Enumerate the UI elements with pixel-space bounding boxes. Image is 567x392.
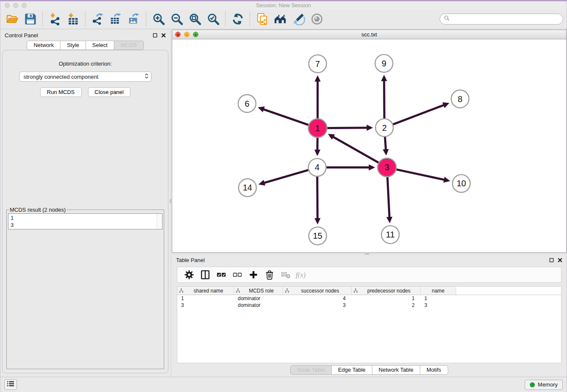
graph-node-label: 4: [315, 163, 319, 172]
column-label: successor nodes: [291, 288, 350, 294]
splitter-grip[interactable]: [365, 252, 369, 255]
control-panel-title: Control Panel: [5, 32, 38, 39]
graphics-details-icon[interactable]: [289, 11, 308, 27]
zoom-in-icon[interactable]: [149, 11, 168, 27]
export-image-icon[interactable]: [125, 11, 143, 27]
network-window-titlebar: scc.txt: [172, 30, 566, 39]
eye-icon[interactable]: [308, 11, 326, 27]
graph-edge[interactable]: [327, 125, 373, 131]
open-file-icon[interactable]: [3, 11, 21, 27]
graph-node[interactable]: 3: [377, 158, 396, 177]
graph-edge[interactable]: [314, 75, 320, 119]
graph-edge[interactable]: [259, 170, 309, 185]
tab-network[interactable]: Network: [27, 41, 61, 50]
table-tab-edge-table[interactable]: Edge Table: [332, 365, 372, 375]
graph-edge[interactable]: [328, 134, 379, 163]
import-network-icon[interactable]: [46, 11, 64, 27]
graph-edge[interactable]: [386, 177, 392, 223]
tab-mcds[interactable]: MCDS: [114, 41, 143, 50]
tab-style[interactable]: Style: [61, 41, 86, 50]
save-session-icon[interactable]: [21, 11, 39, 27]
control-panel: Control Panel NetworkStyleSelectMCDS Opt…: [0, 30, 170, 377]
graph-node[interactable]: 14: [239, 179, 256, 196]
zoom-selected-icon[interactable]: [204, 11, 222, 27]
task-history-button[interactable]: [4, 379, 17, 390]
graph-edge[interactable]: [326, 164, 375, 170]
traffic-lights: [5, 3, 27, 8]
export-table-icon[interactable]: [107, 11, 125, 27]
column-header-successor-nodes[interactable]: successor nodes: [283, 287, 352, 295]
criterion-dropdown[interactable]: strongly connected component: [19, 72, 151, 82]
gear-icon[interactable]: [181, 268, 197, 281]
graph-node[interactable]: 8: [451, 90, 469, 108]
float-panel-icon[interactable]: [549, 258, 554, 262]
column-header-predecessor-nodes[interactable]: predecessor nodes: [352, 287, 421, 295]
table-tab-network-table[interactable]: Network Table: [372, 365, 420, 375]
refresh-icon[interactable]: [228, 11, 247, 27]
graph-node[interactable]: 2: [375, 119, 393, 137]
columns-icon[interactable]: [197, 268, 213, 281]
column-header-shared-name[interactable]: shared name: [177, 287, 234, 295]
toolbar-separator: [225, 12, 226, 26]
network-maximize-button[interactable]: [193, 32, 198, 37]
graph-node-label: 8: [458, 94, 462, 104]
graph-node[interactable]: 9: [375, 55, 393, 72]
table-row[interactable]: 1dominator411: [177, 295, 561, 302]
zoom-fit-icon[interactable]: [186, 11, 204, 27]
memory-button[interactable]: Memory: [525, 380, 563, 390]
delete-column-icon[interactable]: [261, 268, 278, 281]
graph-node[interactable]: 15: [309, 227, 327, 245]
vertical-splitter[interactable]: [170, 30, 172, 377]
mcds-result-fieldset: MCDS result (2 nodes) 13: [6, 207, 164, 369]
network-minimize-button[interactable]: [184, 32, 190, 37]
graph-edge[interactable]: [258, 107, 309, 125]
graph-edge[interactable]: [381, 75, 387, 119]
result-scrollbar[interactable]: [157, 214, 162, 229]
graph-node[interactable]: 10: [452, 174, 470, 192]
toolbar-separator: [85, 12, 85, 26]
run-mcds-button[interactable]: Run MCDS: [40, 87, 82, 97]
network-title: scc.txt: [172, 31, 566, 38]
graph-node[interactable]: 6: [238, 95, 256, 113]
graph-node[interactable]: 4: [308, 158, 326, 176]
add-column-icon[interactable]: [245, 268, 261, 281]
import-table-icon[interactable]: [64, 11, 82, 27]
graph-edge[interactable]: [396, 169, 450, 182]
close-panel-icon[interactable]: [161, 33, 166, 38]
graph-edge[interactable]: [393, 102, 449, 124]
function-icon[interactable]: f(x): [294, 268, 310, 281]
table-row[interactable]: 3dominator323: [177, 302, 561, 309]
search-box[interactable]: [440, 14, 563, 25]
search-input[interactable]: [452, 16, 559, 22]
select-all-icon[interactable]: [213, 268, 229, 281]
graph-edge[interactable]: [314, 138, 320, 156]
zoom-window-button[interactable]: [22, 3, 27, 8]
graph-edge[interactable]: [383, 136, 389, 155]
delete-table-icon[interactable]: [278, 268, 294, 281]
network-close-button[interactable]: [175, 32, 181, 37]
column-header-name[interactable]: name: [421, 287, 456, 295]
float-panel-icon[interactable]: [153, 33, 157, 38]
network-canvas[interactable]: 7968124314101511: [172, 39, 566, 252]
graph-node[interactable]: 11: [381, 226, 399, 243]
zoom-out-icon[interactable]: [168, 11, 186, 27]
home-icon[interactable]: [271, 11, 289, 27]
minimize-window-button[interactable]: [13, 3, 18, 8]
mcds-result-box[interactable]: 13: [8, 213, 162, 229]
table-tab-motifs[interactable]: Motifs: [420, 365, 448, 375]
close-panel-icon[interactable]: [558, 258, 562, 262]
graph-node-label: 15: [313, 231, 322, 240]
column-label: shared name: [185, 288, 232, 294]
duplicate-network-icon[interactable]: [253, 11, 271, 27]
close-panel-button[interactable]: Close panel: [88, 87, 131, 97]
tab-select[interactable]: Select: [86, 41, 114, 50]
graph-edge[interactable]: [314, 176, 320, 224]
close-window-button[interactable]: [5, 3, 10, 8]
graph-node[interactable]: 1: [308, 119, 327, 138]
graph-node[interactable]: 7: [309, 55, 327, 73]
table-tab-node-table[interactable]: Node Table: [290, 365, 332, 375]
horizontal-splitter[interactable]: [172, 253, 567, 254]
unselect-all-icon[interactable]: [229, 268, 245, 281]
export-network-icon[interactable]: [88, 11, 107, 27]
column-header-mcds-role[interactable]: MCDS role: [234, 287, 283, 295]
